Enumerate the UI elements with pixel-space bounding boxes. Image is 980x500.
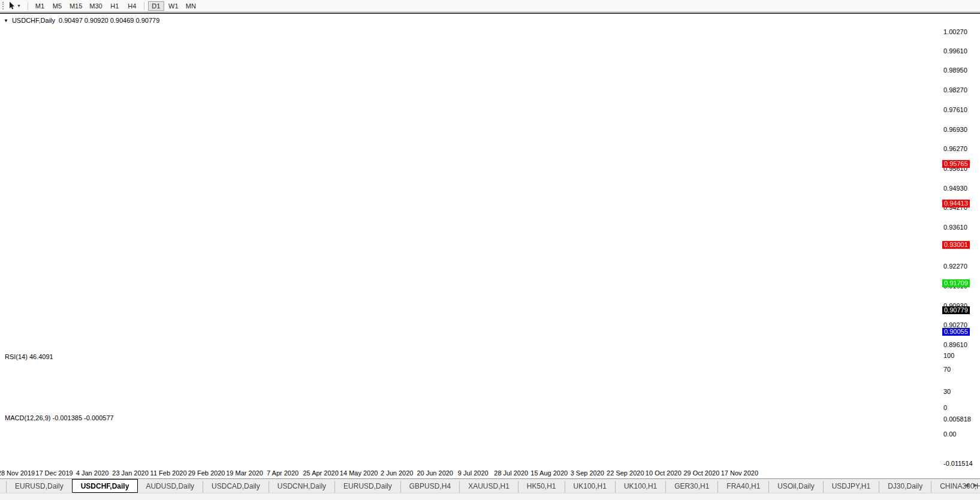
tab-scroll-buttons: ◀ ▶ <box>964 482 978 488</box>
chart-tab-eurusd-daily[interactable]: EURUSD,Daily <box>6 481 73 493</box>
price-axis-tick: 0.99610 <box>943 47 967 55</box>
macd-indicator-label: MACD(12,26,9) -0.001385 -0.000577 <box>5 414 114 421</box>
current-price-tag: 0.90779 <box>942 306 970 314</box>
chart-tab-ger30-h1[interactable]: GER30,H1 <box>666 481 718 493</box>
chart-tab-hk50-h1[interactable]: HK50,H1 <box>518 481 565 493</box>
time-axis-label: 11 Feb 2020 <box>150 469 187 477</box>
chevron-down-icon: ▼ <box>17 1 21 11</box>
rsi-axis-tick: 70 <box>943 366 951 373</box>
chart-tab-xauusd-h1[interactable]: XAUUSD,H1 <box>460 481 518 493</box>
timeframe-button-h4[interactable]: H4 <box>124 1 140 11</box>
price-axis-tick: 1.00270 <box>943 28 967 35</box>
chart-tab-uk100-h1[interactable]: UK100,H1 <box>565 481 616 493</box>
rsi-axis-tick: 100 <box>943 352 954 359</box>
price-axis-tick: 0.97610 <box>943 106 967 113</box>
price-axis-tick: 0.94930 <box>943 185 967 192</box>
time-axis-label: 15 Aug 2020 <box>530 469 568 477</box>
chart-tab-gbpusd-h4[interactable]: GBPUSD,H4 <box>401 481 460 493</box>
level-price-tag: 0.91709 <box>942 279 970 287</box>
toolbar-separator <box>28 2 28 10</box>
app-window: ▼ M1M5M15M30H1H4D1W1MN ▼ USDCHF,Daily 0.… <box>0 0 980 500</box>
level-price-tag: 0.95765 <box>942 160 970 168</box>
timeframe-button-m5[interactable]: M5 <box>49 1 65 11</box>
level-price-tag: 0.94413 <box>942 200 970 207</box>
time-axis-label: 10 Oct 2020 <box>646 469 682 477</box>
time-axis-label: 29 Oct 2020 <box>683 469 719 477</box>
chart-tab-uk100-h1[interactable]: UK100,H1 <box>616 481 666 493</box>
toolbar-separator <box>144 2 144 10</box>
chart-tab-fra40-h1[interactable]: FRA40,H1 <box>718 481 769 493</box>
macd-axis-tick: -0.011514 <box>943 460 973 467</box>
level-price-tag: 0.93001 <box>942 241 970 249</box>
time-axis-label: 29 Feb 2020 <box>188 469 225 477</box>
chart-tab-usoil-daily[interactable]: USOil,Daily <box>769 481 823 493</box>
ohlc-values: 0.90497 0.90920 0.90469 0.90779 <box>59 17 159 24</box>
chart-window: ▼ USDCHF,Daily 0.90497 0.90920 0.90469 0… <box>0 13 980 478</box>
time-axis-label: 2 Jun 2020 <box>381 469 413 477</box>
toolbar-grip-handle[interactable] <box>2 2 4 10</box>
price-axis-tick: 0.98950 <box>943 67 967 74</box>
time-axis-label: 17 Dec 2019 <box>35 469 73 477</box>
time-axis-label: 25 Apr 2020 <box>303 469 338 477</box>
price-axis-tick: 0.92270 <box>943 263 967 270</box>
rsi-indicator-label: RSI(14) 46.4091 <box>5 353 53 360</box>
macd-axis-tick: 0.005818 <box>943 415 971 423</box>
price-axis-tick: 0.89610 <box>943 341 967 348</box>
time-axis-label: 22 Sep 2020 <box>607 469 644 477</box>
timeframe-button-h1[interactable]: H1 <box>107 1 123 11</box>
symbol-tab-bar: EURUSD,DailyUSDCHF,DailyAUDUSD,DailyUSDC… <box>0 478 980 493</box>
cursor-arrow-icon <box>9 2 16 10</box>
chart-collapse-icon[interactable]: ▼ <box>4 18 8 23</box>
chart-title: ▼ USDCHF,Daily 0.90497 0.90920 0.90469 0… <box>4 17 159 24</box>
price-axis-tick: 0.98270 <box>943 86 967 94</box>
status-strip <box>0 493 980 500</box>
price-axis-tick: 0.96270 <box>943 145 967 152</box>
timeframe-button-m15[interactable]: M15 <box>67 1 85 11</box>
chart-tab-usdchf-daily[interactable]: USDCHF,Daily <box>72 479 138 493</box>
time-axis-label: 3 Sep 2020 <box>571 469 604 477</box>
time-axis-label: 19 Mar 2020 <box>226 469 263 477</box>
chart-tab-usdcnh-daily[interactable]: USDCNH,Daily <box>269 481 335 493</box>
price-axis-tick: 0.96930 <box>943 126 967 133</box>
rsi-axis-tick: 30 <box>943 388 951 395</box>
chart-tab-eurusd-daily[interactable]: EURUSD,Daily <box>335 481 401 493</box>
timeframe-button-m1[interactable]: M1 <box>32 1 48 11</box>
price-axis-tick: 0.93610 <box>943 224 967 231</box>
time-axis-label: 14 May 2020 <box>340 469 378 477</box>
timeframe-toolbar: ▼ M1M5M15M30H1H4D1W1MN <box>0 0 980 12</box>
tab-scroll-right-icon[interactable]: ▶ <box>973 482 978 488</box>
symbol-period-label: USDCHF,Daily <box>12 17 55 24</box>
timeframe-button-w1[interactable]: W1 <box>165 1 182 11</box>
chart-tab-dj30-daily[interactable]: DJ30,Daily <box>879 481 931 493</box>
chart-tab-audusd-daily[interactable]: AUDUSD,Daily <box>137 481 203 493</box>
timeframe-button-m30[interactable]: M30 <box>86 1 105 11</box>
time-axis-label: 9 Jul 2020 <box>458 469 489 477</box>
time-axis-label: 28 Jul 2020 <box>494 469 528 477</box>
time-axis-label: 4 Jan 2020 <box>76 469 108 477</box>
time-axis-label: 7 Apr 2020 <box>267 469 298 477</box>
tab-scroll-left-icon[interactable]: ◀ <box>964 482 969 488</box>
time-axis-label: 23 Jan 2020 <box>112 469 149 477</box>
cursor-tool-button[interactable]: ▼ <box>8 1 25 11</box>
macd-axis-tick: 0.00 <box>943 430 956 438</box>
chart-tab-usdcad-daily[interactable]: USDCAD,Daily <box>203 481 269 493</box>
chart-tab-usdjpy-h1[interactable]: USDJPY,H1 <box>824 481 879 493</box>
level-price-tag: 0.90055 <box>942 328 970 336</box>
time-axis-label: 20 Jun 2020 <box>417 469 453 477</box>
rsi-axis-tick: 0 <box>943 404 947 411</box>
time-axis-label: 17 Nov 2020 <box>721 469 758 477</box>
timeframe-button-mn[interactable]: MN <box>183 1 199 11</box>
time-axis-label: 28 Nov 2019 <box>0 469 35 477</box>
timeframe-button-d1[interactable]: D1 <box>148 1 164 11</box>
